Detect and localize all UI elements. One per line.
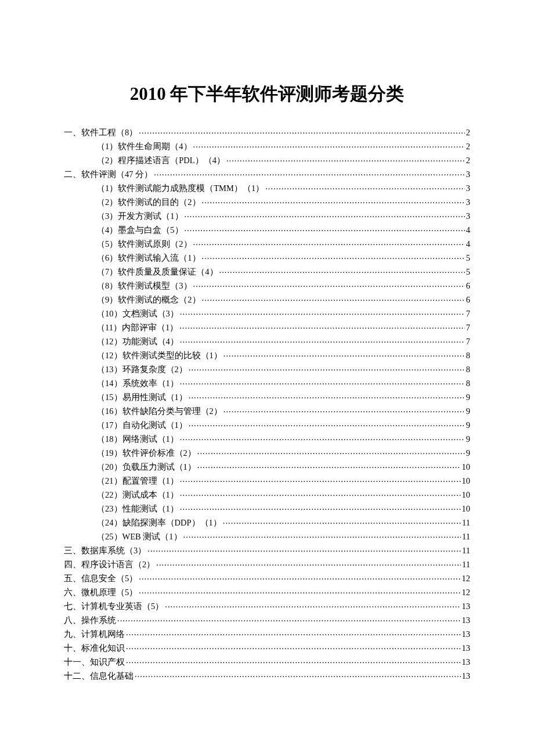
toc-entry: （10）文档测试（3）7 (64, 306, 470, 320)
toc-leader-dots (202, 252, 465, 261)
toc-entry-label: （19）软件评价标准（2） (96, 449, 196, 458)
toc-entry-page: 10 (462, 491, 471, 499)
toc-entry-label: 十一、知识产权 (64, 658, 125, 667)
toc-entry-page: 13 (462, 672, 471, 681)
toc-leader-dots (223, 350, 465, 358)
toc-entry: 六、微机原理（5）12 (64, 585, 470, 599)
toc-leader-dots (139, 127, 465, 135)
toc-entry-label: 九、计算机网络 (64, 630, 125, 639)
toc-entry-label: （11）内部评审（1） (96, 323, 178, 332)
toc-entry-page: 2 (466, 128, 470, 137)
toc-entry-label: （13）环路复杂度（2） (96, 365, 187, 374)
toc-entry-label: （12）软件测试类型的比较（1） (96, 351, 222, 360)
toc-entry-label: （22）测试成本（1） (96, 491, 179, 499)
toc-entry-page: 13 (462, 630, 471, 639)
toc-leader-dots (139, 573, 460, 581)
toc-entry: 八、操作系统13 (64, 613, 470, 627)
toc-leader-dots (156, 559, 461, 567)
toc-entry-label: （16）软件缺陷分类与管理（2） (96, 407, 222, 416)
toc-entry-page: 13 (462, 644, 471, 653)
toc-entry-page: 12 (462, 574, 471, 583)
toc-entry: （14）系统效率（1）8 (64, 376, 470, 390)
toc-entry-page: 9 (466, 407, 470, 416)
toc-entry-page: 8 (466, 365, 470, 374)
toc-entry: （4）墨盒与白盒（5）4 (64, 222, 470, 236)
toc-entry-label: 八、操作系统 (64, 616, 116, 625)
toc-entry-label: （17）自动化测试（1） (96, 421, 187, 430)
toc-leader-dots (139, 586, 460, 595)
toc-entry: （5）软件测试原则（2）4 (64, 236, 470, 250)
toc-entry: 九、计算机网络13 (64, 627, 470, 640)
toc-entry: （16）软件缺陷分类与管理（2）9 (64, 404, 470, 417)
toc-entry-page: 6 (466, 296, 470, 304)
toc-entry-page: 13 (462, 658, 471, 667)
toc-entry: （3）开发方测试（1）3 (64, 208, 470, 222)
toc-entry-label: （9）软件测试的概念（2） (96, 296, 201, 304)
toc-leader-dots (135, 670, 461, 679)
toc-leader-dots (180, 433, 465, 442)
toc-entry-page: 12 (462, 588, 471, 597)
toc-leader-dots (197, 461, 461, 470)
toc-entry-label: （10）文档测试（3） (96, 309, 179, 318)
toc-entry-page: 4 (466, 226, 470, 235)
toc-entry-label: 五、信息安全（5） (64, 574, 138, 583)
toc-entry-page: 3 (466, 212, 470, 221)
toc-entry: 二、软件评测（47 分）3 (64, 167, 470, 181)
toc-entry-label: 六、微机原理（5） (64, 588, 138, 597)
toc-entry-page: 13 (462, 602, 471, 611)
toc-leader-dots (165, 600, 460, 609)
toc-entry-page: 7 (466, 323, 470, 332)
toc-entry: （12）软件测试类型的比较（1）8 (64, 348, 470, 362)
toc-entry-label: （2）软件测试的目的（2） (96, 198, 201, 207)
toc-leader-dots (126, 628, 461, 637)
toc-entry: （13）环路复杂度（2）8 (64, 362, 470, 376)
toc-entry: （9）软件测试的概念（2）6 (64, 292, 470, 306)
toc-entry-label: 七、计算机专业英语（5） (64, 602, 164, 611)
toc-entry-page: 11 (462, 560, 470, 569)
toc-entry-page: 2 (466, 142, 470, 151)
toc-entry-label: 二、软件评测（47 分） (64, 170, 153, 179)
toc-entry-label: 十二、信息化基础 (64, 672, 134, 681)
toc-entry-page: 11 (462, 546, 470, 555)
toc-entry-page: 9 (466, 449, 470, 458)
toc-entry-page: 5 (466, 268, 470, 276)
toc-entry: 四、程序设计语言（2）11 (64, 557, 470, 571)
toc-entry-label: （3）开发方测试（1） (96, 212, 183, 221)
toc-entry-label: （8）软件测试模型（3） (96, 282, 192, 290)
toc-entry: （15）易用性测试（1）9 (64, 390, 470, 404)
toc-leader-dots (193, 280, 465, 289)
toc-entry: 一、软件工程（8）2 (64, 125, 470, 139)
toc-leader-dots (197, 447, 465, 456)
toc-leader-dots (180, 503, 461, 512)
toc-leader-dots (202, 196, 465, 205)
toc-leader-dots (193, 238, 465, 247)
toc-leader-dots (193, 141, 465, 149)
toc-leader-dots (179, 322, 465, 330)
toc-leader-dots (147, 545, 461, 553)
toc-entry-page: 7 (466, 337, 470, 346)
toc-entry-page: 2 (466, 156, 470, 165)
toc-entry: 十一、知识产权13 (64, 654, 470, 668)
toc-entry: （8）软件测试模型（3）6 (64, 278, 470, 292)
page-title: 2010 年下半年软件评测师考题分类 (64, 82, 470, 106)
toc-leader-dots (126, 642, 461, 651)
toc-leader-dots (223, 517, 461, 525)
toc-entry: （21）配置管理（1）10 (64, 473, 470, 487)
toc-entry-page: 7 (466, 309, 470, 318)
toc-entry-label: （2）程序描述语言（PDL）（4） (96, 156, 225, 165)
toc-entry-page: 3 (466, 170, 470, 179)
toc-entry: （11）内部评审（1）7 (64, 320, 470, 334)
toc-leader-dots (202, 294, 465, 303)
toc-entry: 十、标准化知识13 (64, 640, 470, 654)
toc-entry-label: （5）软件测试原则（2） (96, 240, 192, 249)
toc-entry-label: （14）系统效率（1） (96, 379, 179, 388)
toc-entry: （24）缺陷探测率（DDP）（1）11 (64, 515, 470, 529)
toc-entry-page: 8 (466, 379, 470, 388)
toc-leader-dots (219, 266, 465, 275)
toc-leader-dots (126, 656, 461, 665)
toc-entry-page: 11 (462, 532, 470, 541)
toc-entry: （25）WEB 测试（1）11 (64, 529, 470, 543)
toc-entry: （2）程序描述语言（PDL）（4）2 (64, 153, 470, 167)
toc-leader-dots (265, 182, 465, 191)
toc-entry-page: 4 (466, 240, 470, 249)
